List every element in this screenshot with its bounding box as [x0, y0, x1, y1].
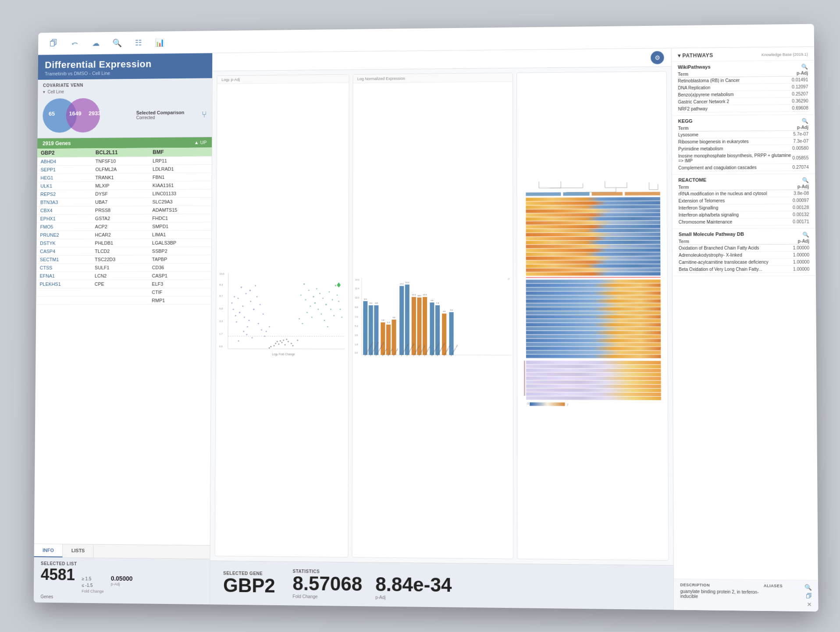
- gene-table-row[interactable]: FMO5ACP2SMPD1: [37, 222, 212, 231]
- pathway-term-padj: 0.00132: [789, 211, 809, 218]
- pathway-row[interactable]: rRNA modification in the nucleus and cyt…: [678, 190, 809, 198]
- search-input[interactable]: [220, 54, 651, 65]
- reactome-search-icon[interactable]: 🔍: [802, 177, 809, 183]
- gene-cell: SECTM1: [36, 256, 91, 264]
- pathway-row[interactable]: NRF2 pathway0.69608: [678, 104, 808, 112]
- gene-table-row[interactable]: BTN3A3UBA7SLC29A3: [37, 198, 211, 207]
- gene-cell: DYSF: [92, 190, 149, 198]
- gene-table-row[interactable]: CASP4TLCD2SSBP2: [36, 247, 211, 256]
- gene-cell: BMF: [149, 148, 212, 157]
- svg-point-16: [236, 321, 237, 323]
- gene-table-row[interactable]: REPS2DYSFLINC01133: [37, 189, 211, 199]
- aliases-label: ALIASES: [764, 583, 800, 588]
- gene-table-row[interactable]: CBX4PRSS8ADAMTS15: [37, 206, 211, 214]
- pathway-row[interactable]: Extension of Telomeres0.00097: [678, 197, 809, 204]
- gene-table-row[interactable]: PLEKHS1CPEELF3: [36, 280, 211, 288]
- gene-cell: CPE: [91, 280, 149, 288]
- pathway-row[interactable]: Adrenoleukodystrophy- X-linked1.00000: [679, 251, 809, 259]
- pathway-row[interactable]: Chromosome Maintenance0.00171: [679, 218, 809, 226]
- desc-search-icon[interactable]: 🔍: [804, 584, 812, 591]
- gene-cell: SEPP1: [37, 165, 92, 174]
- pathway-row[interactable]: Carnitine-acylcarnitine translocase defi…: [679, 259, 809, 266]
- pathway-row[interactable]: Pyrimidine metabolism0.00580: [678, 145, 808, 153]
- pathway-row[interactable]: Interferon alpha/beta signaling0.00132: [679, 211, 809, 218]
- svg-point-39: [278, 344, 279, 345]
- desc-text: guanylate binding protein 2, in terferon…: [680, 589, 759, 600]
- desc-copy-icon[interactable]: 🗍: [806, 593, 812, 600]
- search-zoom-icon[interactable]: 🔍: [110, 36, 124, 50]
- svg-point-49: [270, 346, 271, 347]
- pathway-term-padj: 0.27074: [792, 163, 808, 170]
- svg-point-38: [234, 296, 235, 298]
- pathway-row[interactable]: Inosine monophosphate biosynthesis, PRPP…: [678, 152, 809, 164]
- svg-point-42: [280, 341, 281, 342]
- gene-cell: CTSS: [36, 263, 91, 272]
- svg-rect-155: [563, 192, 589, 195]
- chart-icon[interactable]: 📊: [153, 36, 167, 50]
- svg-text:14.0: 14.0: [355, 278, 359, 281]
- gene-table-row[interactable]: SEPP1OLFML2ALDLRAD1: [37, 165, 212, 174]
- grid-icon[interactable]: ☷: [132, 36, 145, 50]
- gene-cell: DSTYK: [36, 239, 91, 247]
- gene-table-row[interactable]: SECTM1TSC22D3TAPBP: [36, 255, 211, 264]
- settings-icon[interactable]: ⚙: [651, 51, 664, 64]
- svg-text:6.8: 6.8: [431, 299, 434, 302]
- pathway-row[interactable]: Complement and coagulation cascades0.270…: [678, 163, 809, 171]
- gene-table-row[interactable]: GBP2BCL2L11BMF: [37, 148, 212, 158]
- svg-point-28: [238, 340, 239, 341]
- pathway-row[interactable]: Beta Oxidation of Very Long Chain Fatty.…: [679, 266, 809, 273]
- gene-cell: FHDC1: [149, 214, 211, 222]
- tab-lists[interactable]: LISTS: [63, 544, 94, 557]
- gene-cell: PRUNE2: [37, 231, 92, 239]
- pathway-row[interactable]: Oxidation of Branched Chain Fatty Acids1…: [679, 244, 809, 252]
- gene-table-row[interactable]: ULK1MLXIPKIAA1161: [37, 181, 212, 190]
- venn-filter-label: Cell Line: [48, 89, 64, 94]
- svg-text:-3: -3: [526, 402, 529, 405]
- gene-table-row[interactable]: CTSSSULF1CD36: [36, 263, 211, 272]
- gene-cell: HEG1: [37, 174, 92, 182]
- gene-table-row[interactable]: RMP1: [36, 296, 211, 305]
- gene-table-row[interactable]: ABHD4TNFSF10LRP11: [37, 156, 212, 166]
- svg-rect-123: [449, 312, 453, 355]
- gene-table-row[interactable]: PRUNE2HCAR2LIMA1: [37, 231, 212, 239]
- kegg-search-icon[interactable]: 🔍: [801, 118, 808, 124]
- gene-cell: GBP2: [37, 149, 92, 158]
- gene-table-row[interactable]: EFNA1LCN2CASP1: [36, 272, 211, 280]
- svg-text:10.3: 10.3: [412, 294, 416, 296]
- pathway-section-kegg: KEGG 🔍 Term p-Adj Lysosome5.7e-07Ribosom…: [672, 115, 815, 175]
- pathway-row[interactable]: Ribosome biogenesis in eukaryotes7.3e-07: [678, 138, 808, 146]
- svg-rect-191: [526, 327, 661, 330]
- gene-cell: SSBP2: [149, 247, 211, 255]
- left-panel-body: 2919 Genes ▲ UP GBP2BCL2L11BMFABHD4TNFSF…: [34, 137, 212, 604]
- svg-point-65: [317, 309, 319, 310]
- gene-cell: [36, 288, 91, 297]
- pathway-term-padj: 0.05855: [792, 152, 808, 163]
- gene-table-row[interactable]: CTIF: [36, 288, 211, 296]
- desc-close-icon[interactable]: ✕: [807, 601, 812, 608]
- svg-point-46: [274, 345, 275, 346]
- gene-cell: CASP1: [149, 272, 211, 280]
- wiki-search-icon[interactable]: 🔍: [801, 64, 808, 70]
- gene-table-row[interactable]: HEG1TRANK1FBN1: [37, 173, 212, 182]
- pathway-row[interactable]: Interferon Signalling0.00128: [679, 204, 809, 211]
- smpdb-search-icon[interactable]: 🔍: [802, 231, 809, 238]
- upload-icon[interactable]: ☁: [89, 36, 103, 50]
- gene-table-row[interactable]: DSTYKPHLDB1LGALS3BP: [36, 238, 211, 247]
- gene-table-container[interactable]: GBP2BCL2L11BMFABHD4TNFSF10LRP11SEPP1OLFM…: [34, 148, 212, 545]
- gene-cell: KIAA1161: [149, 181, 212, 189]
- wiki-section-title: WikiPathways: [678, 64, 711, 70]
- copy-icon[interactable]: 🗍: [46, 37, 60, 51]
- tree-icon[interactable]: ⑂: [202, 110, 207, 120]
- gene-cell: ELF3: [149, 280, 211, 288]
- pathway-term-padj: 0.69608: [781, 104, 808, 112]
- gene-table-row[interactable]: EPHX1GSTA2FHDC1: [37, 214, 212, 223]
- wiki-col-padj: p-Adj: [781, 70, 808, 76]
- tab-info[interactable]: INFO: [34, 544, 63, 557]
- venn-num-left: 65: [49, 110, 55, 117]
- undo-icon[interactable]: ⤺: [68, 36, 82, 50]
- gene-cell: PRSS8: [92, 206, 149, 214]
- svg-point-68: [329, 291, 330, 293]
- pathway-term-name: Adrenoleukodystrophy- X-linked: [679, 252, 789, 259]
- statistics-block: STATISTICS 8.57068 Fold Change 8.84e-34 …: [292, 568, 452, 600]
- gene-cell: REPS2: [37, 190, 92, 198]
